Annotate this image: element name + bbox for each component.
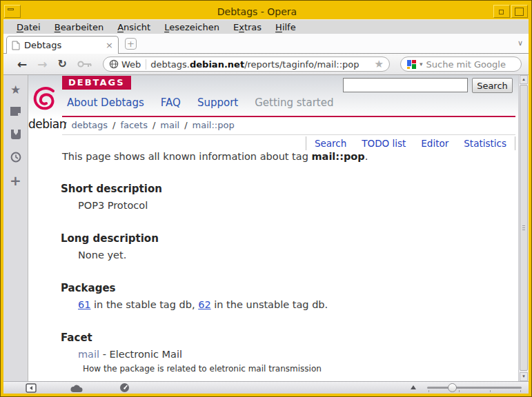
breadcrumb-mail[interactable]: mail	[160, 120, 179, 130]
nav-faq[interactable]: FAQ	[161, 96, 181, 109]
link-search[interactable]: Search	[315, 138, 346, 149]
scrollbar-grip	[522, 225, 525, 231]
zoom-slider-track[interactable]	[427, 387, 522, 389]
opera-unite-cloud-icon[interactable]	[70, 383, 82, 393]
web-search-field[interactable]: ▾ Suche mit Google	[400, 57, 522, 72]
nav-getting-started[interactable]: Getting started	[255, 96, 333, 109]
short-description-value: POP3 Protocol	[78, 200, 148, 211]
debian-wordmark: debian	[28, 117, 64, 131]
new-tab-button[interactable]: +	[125, 38, 137, 50]
url-text[interactable]: debtags.debian.net/reports/taginfo/mail:…	[150, 59, 370, 70]
window-menu-button[interactable]	[4, 5, 21, 18]
web-badge[interactable]: Web	[109, 59, 146, 70]
menu-datei[interactable]: Datei	[10, 21, 47, 33]
stable-count-link[interactable]: 61	[78, 299, 90, 310]
forward-icon[interactable]: →	[37, 59, 47, 70]
menu-bearbeiten[interactable]: Bearbeiten	[48, 21, 110, 33]
back-icon[interactable]: ←	[17, 59, 27, 70]
zoom-tick	[459, 390, 460, 392]
maximize-icon	[515, 8, 524, 16]
key-icon[interactable]	[77, 60, 92, 68]
menu-ansicht[interactable]: Ansicht	[111, 21, 157, 33]
breadcrumb-mail-pop[interactable]: mail::pop	[193, 120, 235, 130]
minimize-icon	[499, 10, 504, 14]
link-editor[interactable]: Editor	[421, 138, 449, 149]
tab-list-chevron-icon[interactable]: ∨	[518, 39, 523, 48]
history-panel-clock-icon[interactable]	[10, 152, 22, 164]
heading-facet: Facet	[61, 332, 92, 344]
side-panelbar: ★ +	[3, 75, 28, 381]
tab-debtags[interactable]: Debtags ×	[6, 36, 119, 54]
tab-label: Debtags	[24, 40, 101, 50]
zoom-tick	[520, 390, 521, 392]
bookmarks-panel-star-icon[interactable]: ★	[10, 83, 22, 96]
vertical-scrollbar[interactable]: ▴ ▾	[518, 75, 529, 381]
statusbar	[3, 381, 529, 394]
panel-toggle-button[interactable]	[26, 383, 38, 393]
tab-close-icon[interactable]: ×	[106, 40, 113, 50]
debtags-logo: DEBTAGS	[62, 76, 131, 90]
breadcrumb-sep: /	[184, 120, 187, 130]
maximize-button[interactable]	[511, 5, 528, 18]
downloads-panel-icon[interactable]	[10, 129, 22, 141]
opera-turbo-gauge-icon[interactable]	[119, 383, 132, 393]
zoom-slider-handle[interactable]	[448, 383, 457, 392]
scroll-up-icon[interactable]: ▴	[520, 75, 528, 84]
nav-about-debtags[interactable]: About Debtags	[67, 96, 144, 109]
breadcrumb: / debtags / facets / mail / mail::pop	[63, 120, 235, 130]
facet-value: mail - Electronic Mail	[78, 349, 182, 360]
reload-icon[interactable]: ↻	[58, 59, 67, 70]
breadcrumb-root: /	[63, 120, 66, 130]
debian-swirl-icon	[32, 86, 60, 114]
facet-mail-link[interactable]: mail	[78, 349, 99, 360]
link-statistics[interactable]: Statistics	[464, 138, 506, 149]
menubar: Datei Bearbeiten Ansicht Lesezeichen Ext…	[3, 19, 529, 34]
titlebar: Debtags - Opera	[3, 3, 529, 19]
bookmark-page-star-icon[interactable]: ★	[375, 58, 384, 70]
menu-lesezeichen[interactable]: Lesezeichen	[158, 21, 226, 33]
page-icon	[12, 41, 20, 50]
breadcrumb-sep: /	[152, 120, 155, 130]
zoom-menu-triangle-icon[interactable]	[411, 385, 416, 389]
navigation-toolbar: ← → ↻ Web debtags.debian.net/reports/tag…	[3, 54, 529, 75]
breadcrumb-facets[interactable]: facets	[120, 120, 148, 130]
search-engine-caret-icon[interactable]: ▾	[420, 61, 423, 68]
unstable-count-link[interactable]: 62	[198, 299, 210, 310]
breadcrumb-sep: /	[112, 120, 115, 130]
menu-extras[interactable]: Extras	[227, 21, 268, 33]
zoom-tick	[428, 390, 429, 392]
main-area: ★ + DEBTAGS Search About Debtags FAQ Sup…	[3, 75, 529, 381]
add-panel-plus-icon[interactable]: +	[10, 174, 22, 187]
debian-brand: debian	[28, 86, 64, 131]
globe-icon	[109, 59, 119, 69]
scrollbar-thumb[interactable]	[520, 85, 528, 371]
facet-note: How the package is related to eletronic …	[83, 364, 322, 374]
google-icon	[407, 60, 416, 69]
intro-text: This page shows all known information ab…	[62, 151, 368, 162]
opera-window: Debtags - Opera Datei Bearbeiten Ansicht…	[0, 0, 532, 397]
thin-divider	[62, 134, 515, 135]
web-badge-label: Web	[121, 59, 141, 70]
window-menu-icon	[8, 8, 14, 10]
packages-value: 61 in the stable tag db, 62 in the unsta…	[78, 299, 328, 310]
menu-hilfe[interactable]: Hilfe	[269, 21, 302, 33]
link-todo-list[interactable]: TODO list	[362, 138, 406, 149]
scroll-down-icon[interactable]: ▾	[520, 372, 528, 381]
minimize-button[interactable]	[493, 5, 510, 18]
red-divider	[62, 116, 515, 117]
nav-support[interactable]: Support	[197, 96, 238, 109]
heading-short-description: Short description	[61, 183, 162, 195]
long-description-value: None yet.	[78, 250, 126, 261]
notes-panel-icon[interactable]	[10, 106, 22, 119]
breadcrumb-debtags[interactable]: debtags	[71, 120, 108, 130]
address-bar[interactable]: Web debtags.debian.net/reports/taginfo/m…	[103, 57, 390, 72]
tabbar: Debtags × + ∨	[3, 34, 529, 54]
page-content: DEBTAGS Search About Debtags FAQ Support…	[28, 75, 518, 381]
tag-name: mail::pop	[312, 151, 365, 162]
site-search-input[interactable]	[343, 78, 468, 92]
site-nav: About Debtags FAQ Support Getting starte…	[67, 96, 333, 109]
zoom-tick	[490, 390, 491, 392]
heading-long-description: Long description	[61, 232, 159, 245]
page-tool-links: Search TODO list Editor Statistics	[306, 136, 515, 150]
site-search-button[interactable]: Search	[472, 78, 513, 93]
